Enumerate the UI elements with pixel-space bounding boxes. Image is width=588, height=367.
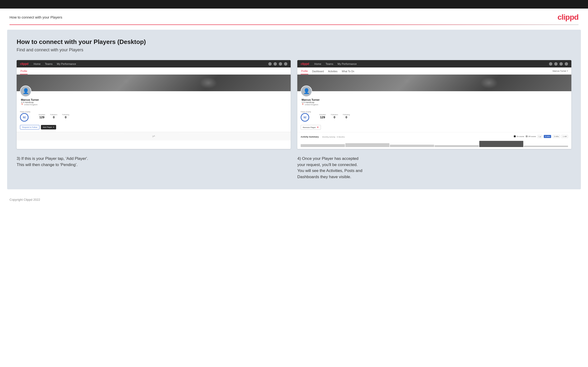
user-icon-2[interactable] (554, 62, 558, 66)
remove-player-button[interactable]: Remove Player ✕ (301, 125, 321, 130)
on-course-dot (514, 135, 516, 137)
settings-icon[interactable] (279, 62, 282, 66)
panel2-activities-stat: Activities 129 (318, 114, 327, 119)
panel1-profile-details: Marcus Turner 1-5 Handicap 📍 United King… (20, 91, 287, 106)
header-title: How to connect with your Players (9, 15, 62, 19)
search-icon-2[interactable] (549, 62, 552, 66)
search-icon[interactable] (268, 62, 272, 66)
globe-icon[interactable] (284, 62, 287, 66)
activity-header: Activity Summary Monthly Activity · 6 Mo… (301, 134, 568, 139)
remove-x-icon: ✕ (317, 126, 319, 128)
globe-icon-2[interactable] (565, 62, 568, 66)
panel1-nav-myperformance[interactable]: My Performance (57, 62, 76, 65)
chart-bar-4 (435, 145, 479, 147)
scissors-icon: ✂ (152, 133, 156, 139)
activity-titles: Activity Summary Monthly Activity · 6 Mo… (301, 134, 345, 139)
panel2-tab-bar: Profile Dashboard Activities What To On … (297, 67, 571, 75)
panel2-profile-details: Marcus Turner 1-5 Handicap 📍 United King… (301, 91, 568, 106)
user-dropdown[interactable]: Marcus Turner ▾ (553, 70, 568, 74)
panel1-quality-circle: 92 (20, 113, 28, 122)
request-follow-button[interactable]: Request to Follow (20, 125, 40, 129)
banner-overlay-2 (297, 75, 571, 91)
panel2-nav: clippd Home Teams My Performance (297, 60, 571, 67)
settings-icon-2[interactable] (560, 62, 563, 66)
panel1-tab-bar: Profile (17, 67, 291, 75)
panel2-nav-myperformance[interactable]: My Performance (337, 62, 357, 65)
tab-profile-2[interactable]: Profile (301, 69, 308, 74)
screenshots-row: clippd Home Teams My Performance Profile (17, 60, 571, 149)
panel1-nav-icons (268, 62, 287, 66)
panel1-activities-stat: Activities 129 (38, 114, 46, 119)
user-icon[interactable] (274, 62, 277, 66)
location-icon-2: 📍 (302, 104, 304, 106)
header-divider (9, 25, 579, 25)
off-course-dot (526, 135, 527, 137)
panel1-banner (17, 75, 291, 91)
panel2-quality-circle: 92 (301, 113, 309, 122)
footer: Copyright Clippd 2022 (0, 194, 588, 205)
chart-bar-3 (390, 145, 434, 147)
panel1-buttons: Request to Follow Add Player + (17, 124, 291, 132)
chart-bar-2 (345, 143, 390, 147)
main-subtitle: Find and connect with your Players (17, 48, 571, 52)
tab-what-to-on[interactable]: What To On (341, 69, 355, 74)
activity-subtitle: Monthly Activity · 6 Months (322, 136, 345, 138)
chart-bar-6 (524, 146, 568, 147)
panel2-buttons: Remove Player ✕ (297, 124, 571, 132)
tab-profile[interactable]: Profile (20, 69, 28, 74)
description-2: 4) Once your Player has accepted your re… (297, 156, 571, 180)
panel1-nav: clippd Home Teams My Performance (17, 60, 291, 67)
panel2-player-name: Marcus Turner (302, 98, 568, 101)
panel1-following-stat: Following 0 (61, 114, 70, 119)
panel1-player-country: 📍 United Kingdom (21, 104, 287, 106)
panel2-banner (297, 75, 571, 91)
avatar-icon-2: 👤 (303, 89, 310, 94)
banner-overlay (17, 75, 291, 91)
panel2-stats-row: Player Quality 92 Activities 129 Followe… (297, 109, 571, 124)
add-player-button[interactable]: Add Player + (41, 125, 56, 129)
main-content: How to connect with your Players (Deskto… (7, 30, 581, 189)
tab-dashboard[interactable]: Dashboard (311, 69, 324, 74)
tab-activities[interactable]: Activities (328, 69, 338, 74)
panel1-profile-info: 👤 Marcus Turner 1-5 Handicap 📍 United Ki… (17, 91, 291, 109)
legend-off-course: Off course (526, 135, 536, 137)
main-title: How to connect with your Players (Deskto… (17, 38, 571, 46)
panel2-player-country: 📍 United Kingdom (302, 104, 568, 106)
panel1-followers-stat: Followers 0 (50, 114, 58, 119)
activity-chart (301, 140, 568, 147)
chart-bar-1 (301, 144, 345, 147)
panel2-quality-label: Player Quality (301, 111, 315, 113)
description-1: 3) If this is your Player tap, 'Add Play… (17, 156, 291, 180)
panel2-logo: clippd (301, 62, 309, 66)
screenshot-panel-1: clippd Home Teams My Performance Profile (17, 60, 291, 149)
panel1-avatar: 👤 (20, 85, 31, 97)
panel1-player-handicap: 1-5 Handicap (21, 101, 287, 104)
clippd-logo: clippd (558, 13, 579, 22)
panel1-quality-label: Player Quality (20, 111, 34, 113)
legend-on-course: On course (514, 135, 524, 137)
panel1-stats-row: Player Quality 92 Activities 129 Followe… (17, 109, 291, 124)
panel1-player-name: Marcus Turner (21, 98, 287, 101)
footer-copyright: Copyright Clippd 2022 (9, 198, 40, 201)
chevron-down-icon: ▾ (567, 70, 568, 72)
panel2-followers-stat: Followers 0 (330, 114, 339, 119)
time-btn-3mths[interactable]: 3 mths (553, 135, 560, 138)
panel1-logo: clippd (20, 62, 28, 66)
panel1-nav-teams[interactable]: Teams (45, 62, 52, 65)
time-btn-6mths[interactable]: 6 mths (544, 135, 551, 138)
panel1-nav-home[interactable]: Home (34, 62, 40, 65)
activity-controls: On course Off course 1 yr 6 mths 3 mths … (514, 135, 568, 138)
top-bar (0, 0, 588, 8)
scissors-area: ✂ (17, 132, 291, 140)
panel2-nav-teams[interactable]: Teams (326, 62, 333, 65)
screenshot-panel-2: clippd Home Teams My Performance Profile… (297, 60, 571, 149)
activity-title: Activity Summary (301, 136, 319, 138)
time-btn-1mth[interactable]: 1 mth (561, 135, 568, 138)
panel2-avatar: 👤 (301, 85, 312, 97)
time-btn-1yr[interactable]: 1 yr (537, 135, 543, 138)
panel2-nav-home[interactable]: Home (314, 62, 321, 65)
location-icon: 📍 (21, 104, 23, 106)
header: How to connect with your Players clippd (0, 8, 588, 25)
chart-bar-5 (479, 141, 524, 147)
panel2-player-handicap: 1-5 Handicap (302, 101, 568, 104)
